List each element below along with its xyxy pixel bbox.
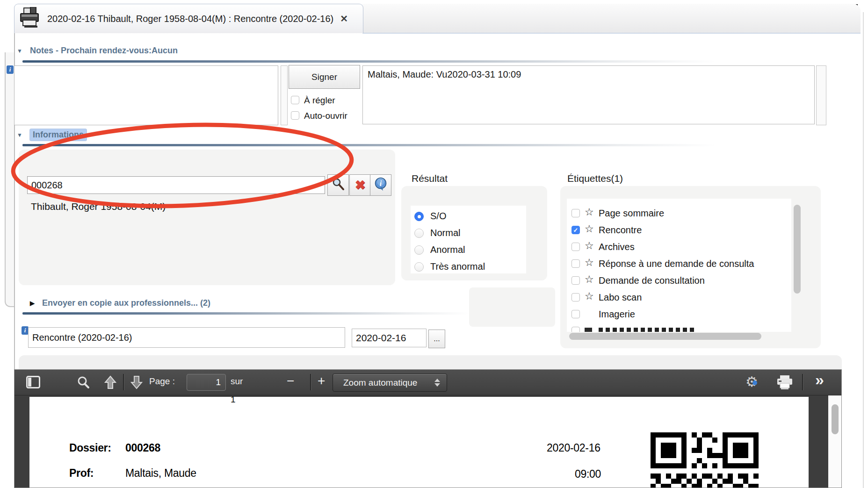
radio-tres-anormal-label: Très anormal [430,261,485,272]
zoom-select[interactable]: Zoom automatique [333,373,447,392]
document-date: 2020-02-16 [547,442,600,454]
gear-center-dot [752,380,757,385]
toolbar-separator [802,374,803,390]
previous-page-icon[interactable] [102,374,118,392]
toolbar-more-icon[interactable]: » [815,371,824,389]
etiquette-checkbox-clipped[interactable] [571,327,580,332]
etiquette-label: Rencontre [599,225,642,236]
notes-display-area[interactable]: Maltais, Maude: Vu2020-03-31 10:09 [362,65,815,124]
etiquette-checkbox[interactable] [571,209,580,217]
zoom-select-value: Zoom automatique [343,378,417,388]
notes-section-header[interactable]: ▼ Notes - Prochain rendez-vous:Aucun [17,46,178,56]
etiquettes-horizontal-scrollbar[interactable] [569,333,761,340]
radio-anormal[interactable] [414,245,424,255]
collapse-triangle-icon[interactable]: ▼ [17,48,22,54]
spacer-panel [469,287,555,327]
etiquette-checkbox[interactable] [571,310,580,318]
notes-display-scrollbar[interactable] [816,65,826,125]
radio-so[interactable] [414,212,424,221]
background-panel-edge [5,52,14,307]
notes-textarea-scrollbar[interactable] [281,65,288,125]
radio-normal-label: Normal [430,228,460,238]
pdf-scrollbar-thumb[interactable] [832,404,839,434]
etiquette-label: Archives [599,242,635,252]
a-regler-checkbox[interactable] [291,96,299,104]
etiquette-label: Page sommaire [599,208,664,219]
info-bubble-icon: i [374,177,388,194]
pdf-toolbar: Page : sur − + Zoom automatique ⚙ [14,370,841,395]
envoyer-divider [22,312,469,315]
etiquette-checkbox[interactable] [571,276,580,285]
patient-info-button[interactable]: i [370,174,391,196]
select-arrows-icon [434,379,440,387]
print-icon[interactable] [776,375,794,392]
dossier-label: Dossier: [69,442,111,454]
etiquettes-label: Étiquettes(1) [567,173,623,184]
notes-divider [22,60,716,63]
patient-name: Thibault, Roger 1958-08-04(M) [31,201,166,212]
informations-section-header[interactable]: ▼ Informations [17,129,87,141]
clear-x-icon: ✖ [355,178,366,193]
zoom-out-icon[interactable]: − [287,373,294,388]
etiquette-label: Labo scan [599,292,642,303]
expand-triangle-icon[interactable]: ▶ [30,300,35,307]
patient-search-button[interactable] [327,174,349,196]
prof-label: Prof: [69,467,94,480]
envoyer-section-header[interactable]: ▶ Envoyer en copie aux professionnels...… [30,298,210,308]
auto-ouvrir-label: Auto-ouvrir [304,111,347,121]
document-time: 09:00 [575,468,601,481]
svg-text:i: i [380,179,382,187]
resultat-radio-group: S/O Normal Anormal Très anormal [411,206,526,273]
etiquette-checkbox[interactable] [571,293,580,301]
tab-close-icon[interactable]: ✕ [340,13,348,24]
etiquette-label: Imagerie [599,309,635,320]
notes-textarea[interactable] [14,65,278,125]
radio-anormal-label: Anormal [430,244,465,255]
application-window: 2020-02-16 Thibault, Roger 1958-08-04(M)… [0,0,868,488]
radio-normal[interactable] [414,229,424,238]
patient-panel [19,150,395,285]
etiquettes-vertical-scrollbar[interactable] [794,205,801,294]
qr-code [651,432,759,488]
envoyer-header-label: Envoyer en copie aux professionnels... (… [42,298,210,308]
auto-ouvrir-checkbox[interactable] [291,111,299,120]
info-badge-icon: i [22,326,29,335]
star-icon: ☆ [585,224,594,234]
sign-button[interactable]: Signer [289,65,360,89]
tab-title: 2020-02-16 Thibault, Roger 1958-08-04(M)… [47,14,333,24]
page-total-label: sur [231,376,243,387]
star-icon: ☆ [585,274,594,285]
window-right-border [863,12,864,488]
patient-clear-button[interactable]: ✖ [349,174,371,196]
pdf-page: Dossier: 000268 Prof: Maltais, Maude 202… [29,397,809,488]
collapse-triangle-icon[interactable]: ▼ [17,132,22,138]
search-icon [332,178,345,193]
notes-display-text: Maltais, Maude: Vu2020-03-31 10:09 [368,69,521,79]
etiquette-label: Réponse à une demande de consulta [599,258,754,269]
next-page-icon[interactable] [129,374,145,392]
etiquette-checkbox[interactable] [571,243,580,251]
etiquette-checkbox-checked[interactable]: ✓ [571,226,580,234]
zoom-in-icon[interactable]: + [318,373,325,388]
sidebar-toggle-icon[interactable] [26,376,40,390]
star-icon: ☆ [585,207,594,217]
page-total-value: 1 [231,395,236,405]
document-tab[interactable]: 2020-02-16 Thibault, Roger 1958-08-04(M)… [14,4,363,33]
page-number-input[interactable] [187,374,226,391]
more-button-label: ... [434,335,440,343]
resultat-label: Résultat [412,173,448,184]
document-title-input[interactable] [28,327,345,348]
info-badge-icon: i [7,65,14,74]
toolbar-separator [310,374,311,390]
etiquette-checkbox[interactable] [571,259,580,268]
notes-header-label: Notes - Prochain rendez-vous:Aucun [30,46,178,56]
search-icon[interactable] [76,375,90,391]
patient-id-input[interactable] [27,176,325,194]
etiquettes-list: ☆ Page sommaire ✓ ☆ Rencontre ☆ Archives… [567,199,791,332]
window-header [362,4,861,34]
star-icon: ☆ [585,291,594,301]
document-date-input[interactable] [352,329,427,347]
date-picker-button[interactable]: ... [428,330,445,348]
informations-header-label: Informations [30,129,87,141]
radio-tres-anormal[interactable] [414,262,424,272]
